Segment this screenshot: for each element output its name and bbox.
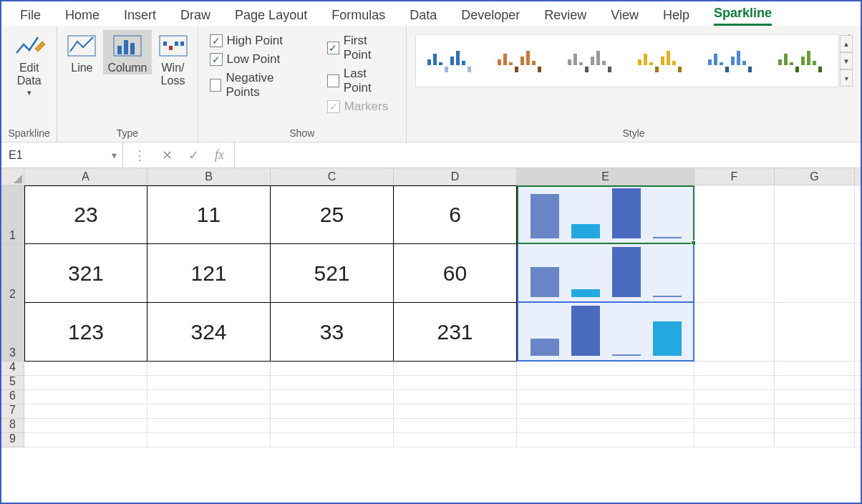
cell-D5[interactable] [394,376,517,390]
style-thumb-4[interactable] [636,47,688,75]
formula-input[interactable] [235,142,861,168]
cell-B1[interactable]: 11 [147,185,271,244]
col-header-E[interactable]: E [517,168,694,185]
cell-D3[interactable]: 231 [394,303,517,362]
cell-G7[interactable] [775,404,855,419]
cell-F1[interactable] [694,185,775,244]
check-high-point[interactable]: High Point [207,32,309,50]
cell-D7[interactable] [394,404,517,419]
cell-B3[interactable]: 324 [147,303,271,362]
cell-F6[interactable] [694,390,775,404]
cell-C6[interactable] [271,390,394,404]
cell-B2[interactable]: 121 [147,244,271,303]
cell-B5[interactable] [147,376,271,390]
col-header-F[interactable]: F [694,168,775,185]
tab-review[interactable]: Review [544,8,586,26]
cell-F4[interactable] [694,362,775,376]
cell-F2[interactable] [694,244,775,303]
style-thumb-3[interactable] [566,47,618,75]
cell-B6[interactable] [147,390,271,404]
cell-E5[interactable] [517,376,694,390]
tab-draw[interactable]: Draw [180,8,210,26]
row-header-7[interactable]: 7 [1,404,24,419]
style-thumb-5[interactable] [707,47,758,75]
cell-A1[interactable]: 23 [24,185,147,244]
tab-file[interactable]: File [20,8,41,26]
cell-D8[interactable] [394,419,517,433]
gallery-scroll-up[interactable]: ▲ [840,35,853,52]
cell-D6[interactable] [394,390,517,404]
cell-C7[interactable] [271,404,394,419]
worksheet-grid[interactable]: A B C D E F G 1 23 11 25 6 2 321 121 521… [1,168,861,447]
cell-E3-sparkline[interactable] [517,303,694,362]
cell-F7[interactable] [694,404,775,419]
cell-F8[interactable] [694,419,775,433]
cell-A3[interactable]: 123 [24,303,147,362]
tab-developer[interactable]: Developer [461,8,520,26]
accept-formula-icon[interactable]: ✓ [188,147,199,163]
cell-F5[interactable] [694,376,775,390]
cell-C3[interactable]: 33 [271,303,394,362]
cell-A8[interactable] [24,419,147,433]
cell-F3[interactable] [694,303,775,362]
cell-B4[interactable] [147,362,271,376]
cell-D1[interactable]: 6 [394,185,517,244]
style-thumb-2[interactable] [496,47,548,75]
cell-E9[interactable] [517,433,694,447]
cell-B7[interactable] [147,404,271,419]
cell-C8[interactable] [271,419,394,433]
cell-C1[interactable]: 25 [271,185,394,244]
cell-D2[interactable]: 60 [394,244,517,303]
cell-G9[interactable] [775,433,855,447]
edit-data-button[interactable]: Edit Data [9,30,49,97]
cell-E6[interactable] [517,390,694,404]
check-negative-points[interactable]: Negative Points [207,69,309,102]
cell-G1[interactable] [775,185,855,244]
check-first-point[interactable]: First Point [324,32,397,64]
cell-A5[interactable] [24,376,147,390]
cell-A4[interactable] [24,362,147,376]
cell-C2[interactable]: 521 [271,244,394,303]
name-box[interactable]: E1 ▼ [1,142,123,168]
cell-G6[interactable] [775,390,855,404]
type-column-button[interactable]: Column [103,30,151,74]
col-header-B[interactable]: B [147,168,271,185]
gallery-scroll-down[interactable]: ▼ [840,52,853,69]
check-low-point[interactable]: Low Point [207,50,309,69]
tab-pagelayout[interactable]: Page Layout [235,8,307,26]
tab-home[interactable]: Home [65,8,100,26]
gallery-expand[interactable]: ▾ [840,69,853,87]
cell-E7[interactable] [517,404,694,419]
sparkline-style-gallery[interactable]: ▲ ▼ ▾ [415,34,839,87]
check-last-point[interactable]: Last Point [324,64,397,97]
cell-D4[interactable] [394,362,517,376]
cell-C5[interactable] [271,376,394,390]
tab-data[interactable]: Data [410,8,437,26]
cell-A9[interactable] [24,433,147,447]
cell-F9[interactable] [694,433,775,447]
col-header-G[interactable]: G [775,168,855,185]
row-header-1[interactable]: 1 [1,185,24,244]
type-winloss-button[interactable]: Win/ Loss [153,30,193,88]
row-header-9[interactable]: 9 [1,433,24,447]
cell-G3[interactable] [775,303,855,362]
tab-help[interactable]: Help [663,8,689,26]
col-header-A[interactable]: A [24,168,147,185]
cell-B8[interactable] [147,419,271,433]
row-header-5[interactable]: 5 [1,376,24,390]
row-header-2[interactable]: 2 [1,244,24,303]
cell-A7[interactable] [24,404,147,419]
cell-E2-sparkline[interactable] [517,244,694,303]
cell-A2[interactable]: 321 [24,244,147,303]
cell-G5[interactable] [775,376,855,390]
cell-G8[interactable] [775,419,855,433]
row-header-6[interactable]: 6 [1,390,24,404]
cell-E8[interactable] [517,419,694,433]
cell-E4[interactable] [517,362,694,376]
cancel-formula-icon[interactable]: ✕ [162,147,173,163]
cell-B9[interactable] [147,433,271,447]
tab-view[interactable]: View [611,8,639,26]
style-thumb-1[interactable] [426,47,478,75]
cell-C4[interactable] [271,362,394,376]
row-header-3[interactable]: 3 [1,303,24,362]
